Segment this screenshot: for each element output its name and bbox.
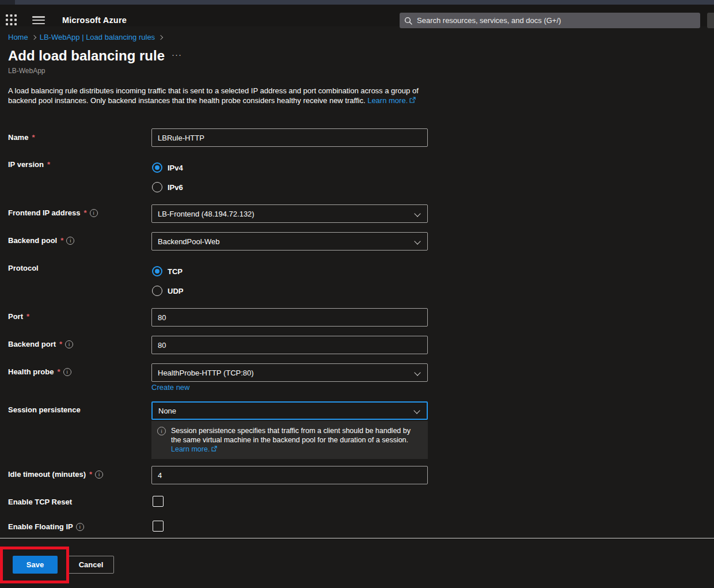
- tcp-radio[interactable]: TCP: [152, 266, 183, 276]
- floating-ip-checkbox[interactable]: [153, 521, 164, 532]
- save-button[interactable]: Save: [13, 556, 58, 574]
- chevron-down-icon: [414, 238, 420, 244]
- infobox-text: Session persistence specifies that traff…: [171, 426, 421, 454]
- port-input[interactable]: [151, 308, 428, 327]
- top-strip-corner: [0, 0, 15, 5]
- health-probe-label: Health probe* i: [8, 367, 71, 376]
- frontend-ip-label: Frontend IP address* i: [8, 208, 98, 217]
- backend-port-input[interactable]: [151, 336, 428, 354]
- session-persistence-label: Session persistence: [8, 405, 81, 414]
- learn-more-link[interactable]: Learn more.: [367, 96, 408, 105]
- name-label: Name*: [8, 133, 35, 142]
- name-input[interactable]: [151, 128, 428, 147]
- ipv6-radio[interactable]: IPv6: [152, 182, 183, 192]
- ip-version-label: IP version*: [8, 160, 50, 169]
- session-persistence-infobox: i Session persistence specifies that tra…: [151, 421, 428, 459]
- backend-pool-select[interactable]: BackendPool-Web: [151, 232, 428, 251]
- radio-unselected-icon: [152, 286, 162, 296]
- port-label: Port*: [8, 312, 29, 321]
- search-icon: [404, 17, 412, 25]
- chevron-right-icon: [31, 35, 36, 40]
- info-icon: i: [157, 427, 166, 435]
- hamburger-icon[interactable]: [32, 16, 45, 24]
- footer-divider: [0, 538, 714, 538]
- info-icon[interactable]: i: [90, 209, 98, 217]
- info-icon[interactable]: i: [95, 471, 103, 479]
- create-new-link[interactable]: Create new: [151, 383, 189, 392]
- chevron-down-icon: [414, 369, 420, 375]
- toolbar-fragment[interactable]: [707, 13, 714, 28]
- search-input[interactable]: [417, 16, 696, 25]
- learn-more-link[interactable]: Learn more.: [171, 445, 210, 453]
- breadcrumb: Home LB-WebApp | Load balancing rules: [8, 33, 162, 41]
- more-options-icon[interactable]: ···: [172, 50, 182, 59]
- info-icon[interactable]: i: [66, 237, 74, 245]
- chevron-right-icon: [158, 35, 163, 40]
- page-subtitle: LB-WebApp: [8, 67, 45, 75]
- breadcrumb-lb-webapp[interactable]: LB-WebApp | Load balancing rules: [40, 33, 155, 41]
- external-link-icon: [211, 445, 217, 454]
- ipv4-radio[interactable]: IPv4: [152, 162, 183, 173]
- idle-timeout-label: Idle timeout (minutes)* i: [8, 470, 103, 479]
- page-title: Add load balancing rule: [8, 48, 165, 64]
- floating-ip-label: Enable Floating IP i: [8, 522, 84, 531]
- info-icon[interactable]: i: [65, 340, 73, 348]
- tcp-reset-label: Enable TCP Reset: [8, 498, 72, 506]
- page-description: A load balancing rule distributes incomi…: [8, 86, 433, 105]
- chevron-down-icon: [414, 210, 420, 217]
- backend-pool-label: Backend pool* i: [8, 236, 74, 245]
- frontend-ip-select[interactable]: LB-Frontend (48.194.72.132): [151, 204, 428, 223]
- azure-portal-page: Microsoft Azure Home LB-WebApp | Load ba…: [0, 0, 714, 588]
- health-probe-select[interactable]: HealthProbe-HTTP (TCP:80): [151, 363, 428, 382]
- udp-radio[interactable]: UDP: [152, 286, 183, 296]
- azure-brand-title: Microsoft Azure: [62, 16, 127, 25]
- info-icon[interactable]: i: [76, 523, 84, 531]
- radio-selected-icon: [152, 266, 162, 276]
- radio-unselected-icon: [152, 182, 162, 192]
- browser-top-strip: [0, 0, 714, 5]
- session-persistence-select[interactable]: None: [151, 401, 428, 420]
- chevron-down-icon: [413, 407, 420, 414]
- external-link-icon: [409, 96, 416, 105]
- tcp-reset-checkbox[interactable]: [153, 496, 164, 507]
- global-search[interactable]: [400, 13, 700, 28]
- waffle-icon[interactable]: [6, 14, 17, 25]
- backend-port-label: Backend port* i: [8, 340, 73, 348]
- protocol-label: Protocol: [8, 264, 39, 272]
- radio-selected-icon: [152, 162, 162, 173]
- breadcrumb-home[interactable]: Home: [8, 33, 28, 41]
- azure-top-bar: Microsoft Azure: [0, 5, 714, 26]
- cancel-button[interactable]: Cancel: [68, 556, 114, 574]
- idle-timeout-input[interactable]: [151, 466, 428, 484]
- info-icon[interactable]: i: [63, 368, 71, 376]
